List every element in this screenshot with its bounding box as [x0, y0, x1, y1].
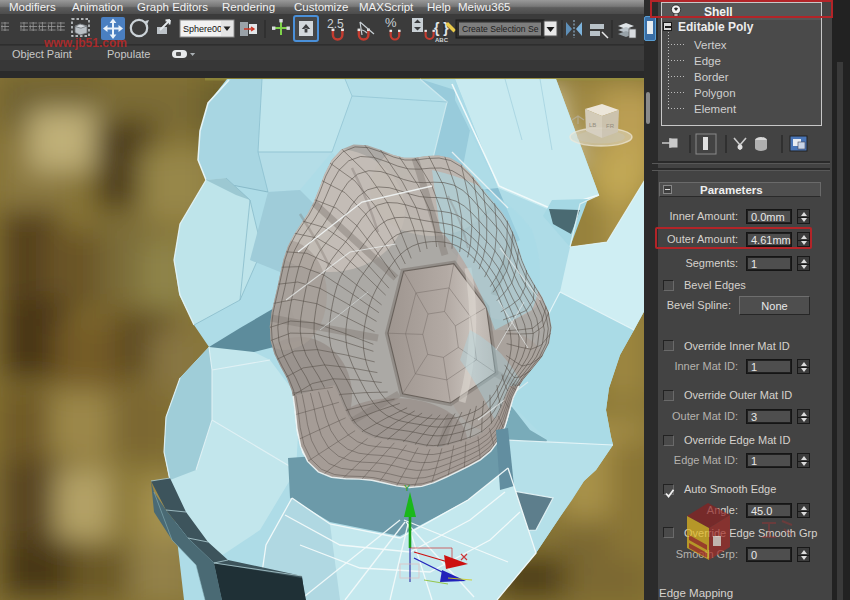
svg-text:{ }: { } [434, 20, 449, 36]
svg-text:%: % [385, 15, 397, 30]
svg-text:FR: FR [606, 123, 615, 129]
svg-text:Create Selection Se: Create Selection Se [462, 24, 539, 34]
svg-text:LB: LB [589, 122, 596, 128]
svg-text:ABC: ABC [435, 37, 449, 43]
svg-text:Y: Y [404, 483, 410, 493]
svg-text:Sphere00: Sphere00 [183, 24, 222, 34]
